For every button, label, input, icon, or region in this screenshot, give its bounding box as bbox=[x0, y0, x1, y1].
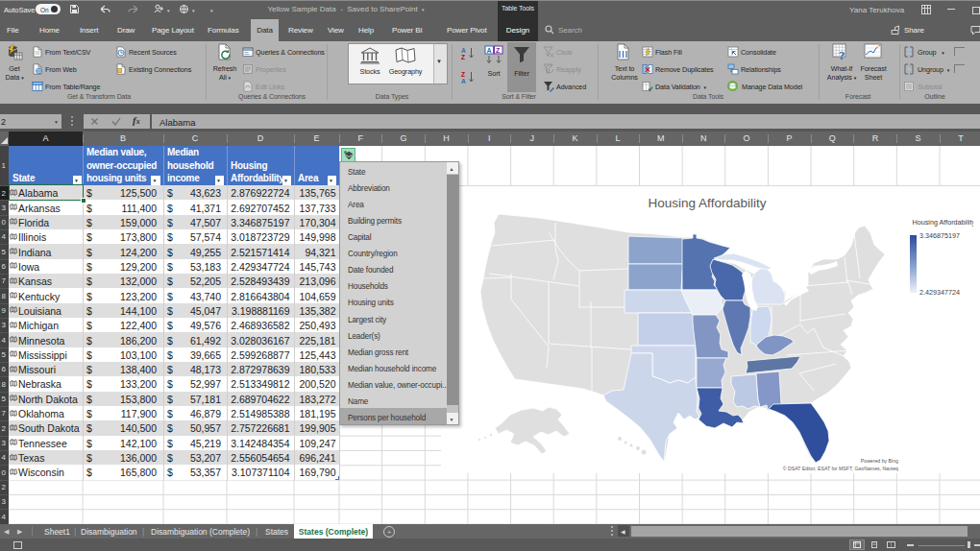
svg-text:?: ? bbox=[839, 48, 845, 61]
svg-text:Housing Affordability: Housing Affordability bbox=[913, 218, 973, 227]
svg-text:Powered by Bing: Powered by Bing bbox=[861, 458, 898, 464]
svg-text:© DSAT Editor, ESAT for MSFT,: © DSAT Editor, ESAT for MSFT, GeoNames, … bbox=[783, 466, 898, 471]
svg-text:3.346875197: 3.346875197 bbox=[919, 231, 960, 240]
svg-text:A: A bbox=[487, 47, 492, 54]
svg-text:A: A bbox=[461, 78, 466, 84]
svg-text:2.429347724: 2.429347724 bbox=[919, 288, 960, 297]
svg-text:Z: Z bbox=[461, 54, 465, 60]
svg-text:Housing Affordability: Housing Affordability bbox=[649, 196, 767, 210]
svg-text:A: A bbox=[461, 47, 466, 54]
svg-text:Z: Z bbox=[461, 71, 465, 78]
